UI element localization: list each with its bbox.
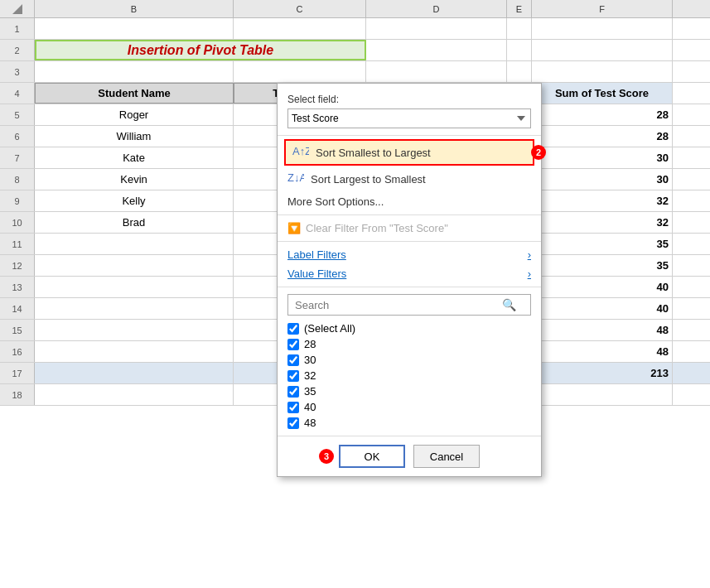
- cb-select-all-input[interactable]: [287, 323, 299, 335]
- row-num-1: 1: [0, 18, 35, 39]
- value-filters-item[interactable]: Value Filters ›: [278, 264, 541, 283]
- cb-30-label: 30: [304, 354, 316, 366]
- cell-b7: Kate: [35, 147, 234, 168]
- select-field-dropdown[interactable]: Test Score: [287, 108, 531, 128]
- cb-28-input[interactable]: [287, 339, 299, 350]
- search-wrapper: 🔍: [287, 294, 531, 316]
- cell-f11: 35: [532, 234, 673, 254]
- value-filters-arrow-icon: ›: [528, 267, 531, 280]
- divider-2: [278, 214, 541, 215]
- search-input[interactable]: [287, 294, 531, 316]
- divider-3: [278, 241, 541, 242]
- cell-b12: [35, 255, 234, 276]
- cell-b13: [35, 277, 234, 297]
- cancel-button[interactable]: Cancel: [413, 445, 480, 468]
- divider-1: [278, 135, 541, 136]
- label-filters-arrow-icon: ›: [528, 248, 531, 261]
- cell-f7: 30: [532, 147, 673, 168]
- cell-e1: [507, 18, 532, 39]
- cb-48: 48: [287, 415, 531, 431]
- cell-f1: [532, 18, 673, 39]
- row-num-11: 11: [0, 234, 35, 254]
- cb-select-all: (Select All): [287, 321, 531, 336]
- row-num-2: 2: [0, 40, 35, 60]
- cell-f15: 48: [532, 320, 673, 340]
- sort-smallest-item[interactable]: A↑Z Sort Smallest to Largest: [284, 139, 534, 166]
- col-header-c: C: [234, 0, 366, 17]
- cell-f18: [532, 384, 673, 405]
- student-name-header: Student Name: [35, 83, 234, 104]
- cell-b16: [35, 341, 234, 362]
- svg-marker-0: [12, 4, 22, 14]
- search-row: 🔍: [278, 291, 541, 319]
- row-num-5: 5: [0, 104, 35, 125]
- cell-d3: [366, 61, 507, 82]
- sort-desc-icon: Z↓A: [287, 170, 304, 188]
- cb-28: 28: [287, 336, 531, 352]
- sort-largest-item[interactable]: Z↓A Sort Largest to Smallest: [278, 166, 541, 192]
- more-sort-options-item[interactable]: More Sort Options...: [278, 192, 541, 211]
- cb-40-label: 40: [304, 401, 316, 413]
- cb-40-input[interactable]: [287, 402, 299, 413]
- divider-4: [278, 287, 541, 287]
- cb-35-label: 35: [304, 385, 316, 398]
- row-num-6: 6: [0, 126, 35, 147]
- badge-3: 3: [319, 449, 334, 464]
- cb-30-input[interactable]: [287, 354, 299, 366]
- cell-c1: [234, 18, 366, 39]
- sort-smallest-label: Sort Smallest to Largest: [316, 147, 431, 159]
- corner-cell: [0, 0, 35, 17]
- clear-filter-item: 🔽Clear Filter From "Test Score": [278, 219, 541, 238]
- cell-b5: Roger: [35, 104, 234, 125]
- cell-b17: [35, 363, 234, 383]
- row-num-8: 8: [0, 169, 35, 190]
- cell-d1: [366, 18, 507, 39]
- cell-f8: 30: [532, 169, 673, 190]
- svg-text:Z↓A: Z↓A: [287, 171, 304, 184]
- cell-b14: [35, 298, 234, 319]
- search-icon: 🔍: [502, 298, 516, 311]
- row-num-10: 10: [0, 212, 35, 233]
- cb-48-input[interactable]: [287, 417, 299, 429]
- row-num-17: 17: [0, 363, 35, 383]
- cell-b8: Kevin: [35, 169, 234, 190]
- filter-dropdown-panel: Select field: Test Score A↑Z Sort Smalle…: [277, 83, 542, 477]
- cell-b11: [35, 234, 234, 254]
- cell-b1: [35, 18, 234, 39]
- cell-b9: Kelly: [35, 190, 234, 211]
- row-3: 3: [0, 61, 710, 83]
- cell-f14: 40: [532, 298, 673, 319]
- cell-f9: 32: [532, 190, 673, 211]
- row-num-14: 14: [0, 298, 35, 319]
- cb-40: 40: [287, 399, 531, 415]
- sort-asc-icon: A↑Z: [292, 143, 309, 161]
- col-header-e: E: [507, 0, 532, 17]
- ok-button[interactable]: OK: [339, 445, 405, 468]
- cell-c3: [234, 61, 366, 82]
- cell-f12: 35: [532, 255, 673, 276]
- cb-28-label: 28: [304, 338, 316, 350]
- cb-select-all-label: (Select All): [304, 322, 355, 335]
- cell-f3: [532, 61, 673, 82]
- cell-f16: 48: [532, 341, 673, 362]
- row-num-4: 4: [0, 83, 35, 104]
- spreadsheet: B C D E F 1 2 Insertion of Pivot Table 3: [0, 0, 710, 588]
- cb-32-label: 32: [304, 369, 316, 382]
- cell-f13: 40: [532, 277, 673, 297]
- cb-32-input[interactable]: [287, 370, 299, 382]
- row-num-18: 18: [0, 384, 35, 405]
- cell-b18: [35, 384, 234, 405]
- select-field-label: Select field:: [287, 94, 531, 105]
- col-header-f: F: [532, 0, 673, 17]
- cell-b10: Brad: [35, 212, 234, 233]
- label-filters-item[interactable]: Label Filters ›: [278, 245, 541, 264]
- row-num-15: 15: [0, 320, 35, 340]
- cb-30: 30: [287, 352, 531, 368]
- cb-35-input[interactable]: [287, 386, 299, 398]
- cell-f2: [532, 40, 673, 60]
- cell-e3: [507, 61, 532, 82]
- cell-e2: [507, 40, 532, 60]
- sum-test-score-header: Sum of Test Score: [532, 83, 673, 104]
- cell-f5: 28: [532, 104, 673, 125]
- cell-b6: William: [35, 126, 234, 147]
